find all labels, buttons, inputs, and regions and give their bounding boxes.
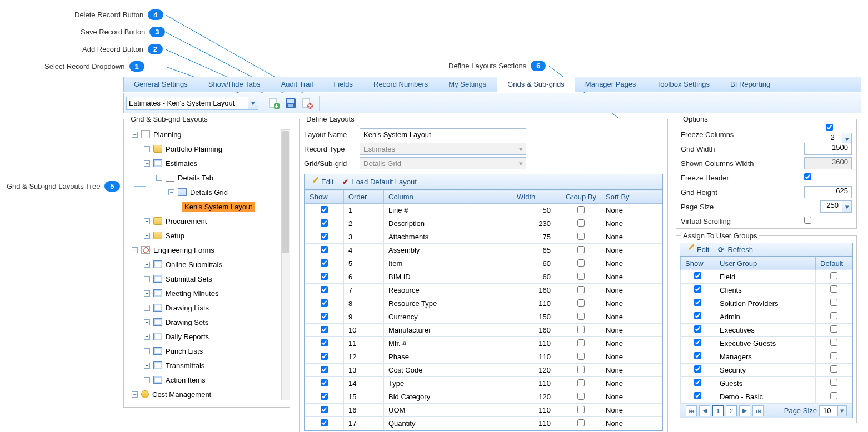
groupby-checkbox[interactable] <box>577 406 585 413</box>
show-checkbox[interactable] <box>321 206 328 213</box>
user-groups-edit-button[interactable]: Edit <box>686 245 709 254</box>
ug-default-checkbox[interactable] <box>830 325 837 333</box>
show-checkbox[interactable] <box>321 286 328 293</box>
chevron-down-icon[interactable]: ▾ <box>842 200 852 213</box>
tree-node-details-grid[interactable]: −Details Grid <box>168 185 285 199</box>
groupby-checkbox[interactable] <box>577 326 585 333</box>
tree-node-online-submittals[interactable]: +Online Submittals <box>144 257 285 272</box>
collapse-icon[interactable]: − <box>132 391 138 398</box>
tree-node-details-tab[interactable]: −Details Tab <box>156 170 285 185</box>
expand-icon[interactable]: + <box>144 290 150 297</box>
columns-row[interactable]: 5Item60None <box>305 257 662 270</box>
tab-fields[interactable]: Fields <box>323 77 363 92</box>
expand-icon[interactable]: + <box>144 319 150 325</box>
page-size-input[interactable]: 250 <box>820 200 842 213</box>
groupby-checkbox[interactable] <box>577 299 585 307</box>
tree-node-setup[interactable]: +Setup <box>144 228 285 243</box>
virtual-scrolling-checkbox[interactable] <box>804 217 811 224</box>
pager-page-1[interactable]: 1 <box>712 405 724 416</box>
grid-height-input[interactable]: 625 <box>804 186 852 198</box>
groupby-checkbox[interactable] <box>577 313 585 320</box>
col-order-header[interactable]: Order <box>344 190 384 204</box>
layouts-tree[interactable]: −Planning +Portfolio Planning −Estimates… <box>124 119 290 403</box>
show-checkbox[interactable] <box>321 233 328 240</box>
columns-row[interactable]: 11Mfr. #110None <box>305 337 662 350</box>
tab-grids-sub-grids[interactable]: Grids & Sub-grids <box>497 77 575 92</box>
columns-row[interactable]: 12Phase110None <box>305 350 662 364</box>
tree-node-portfolio[interactable]: +Portfolio Planning <box>144 142 285 156</box>
groupby-checkbox[interactable] <box>577 206 585 213</box>
show-checkbox[interactable] <box>321 393 328 400</box>
ug-show-checkbox[interactable] <box>694 352 701 359</box>
ug-default-checkbox[interactable] <box>830 352 837 359</box>
ug-show-checkbox[interactable] <box>694 299 701 306</box>
tab-manager-pages[interactable]: Manager Pages <box>575 77 647 92</box>
pager-next-button[interactable]: ▶ <box>739 405 750 416</box>
user-group-row[interactable]: Field <box>681 270 852 283</box>
ug-default-checkbox[interactable] <box>830 392 837 399</box>
groupby-checkbox[interactable] <box>577 259 585 267</box>
groupby-checkbox[interactable] <box>577 366 585 373</box>
pager-page-size-dropdown[interactable]: 10▾ <box>819 405 847 416</box>
tree-node-engineering[interactable]: −Engineering Forms <box>132 243 285 257</box>
tree-node-drawing-sets[interactable]: +Drawing Sets <box>144 315 285 329</box>
show-checkbox[interactable] <box>321 419 328 426</box>
tree-node-daily-reports[interactable]: +Daily Reports <box>144 329 285 344</box>
columns-row[interactable]: 8Resource Type110None <box>305 297 662 310</box>
record-type-dropdown[interactable]: Estimates▾ <box>360 143 526 155</box>
expand-icon[interactable]: + <box>144 377 150 383</box>
groupby-checkbox[interactable] <box>577 393 585 400</box>
show-checkbox[interactable] <box>321 339 328 346</box>
expand-icon[interactable]: + <box>144 348 150 354</box>
columns-row[interactable]: 16UOM110None <box>305 404 662 417</box>
tab-audit-trail[interactable]: Audit Trail <box>271 77 324 92</box>
ug-default-checkbox[interactable] <box>830 272 837 279</box>
collapse-icon[interactable]: − <box>156 175 162 181</box>
ug-show-checkbox[interactable] <box>694 285 701 293</box>
expand-icon[interactable]: + <box>144 262 150 268</box>
user-group-row[interactable]: Executives <box>681 323 852 336</box>
tree-node-estimates[interactable]: −Estimates <box>144 156 285 170</box>
tree-node-procurement[interactable]: +Procurement <box>144 214 285 228</box>
user-group-row[interactable]: Managers <box>681 350 852 363</box>
ug-default-checkbox[interactable] <box>830 312 837 319</box>
expand-icon[interactable]: + <box>144 305 150 311</box>
columns-edit-button[interactable]: Edit <box>310 178 333 186</box>
expand-icon[interactable]: + <box>144 146 150 152</box>
tree-node-kens-layout[interactable]: Ken's System Layout <box>182 199 285 214</box>
columns-row[interactable]: 3Attachments75None <box>305 230 662 244</box>
pager-page-2[interactable]: 2 <box>726 405 737 416</box>
groupby-checkbox[interactable] <box>577 273 585 280</box>
columns-row[interactable]: 15Bid Category120None <box>305 390 662 404</box>
columns-row[interactable]: 4Assembly65None <box>305 244 662 257</box>
expand-icon[interactable]: + <box>144 334 150 340</box>
grid-subgrid-dropdown[interactable]: Details Grid▾ <box>360 157 526 169</box>
load-default-layout-button[interactable]: ✔Load Default Layout <box>342 178 416 186</box>
user-group-row[interactable]: Guests <box>681 376 852 390</box>
tab-my-settings[interactable]: My Settings <box>438 77 497 92</box>
ug-default-checkbox[interactable] <box>830 285 837 293</box>
col-width-header[interactable]: Width <box>512 190 561 204</box>
expand-icon[interactable]: + <box>144 276 150 282</box>
tab-bi-reporting[interactable]: BI Reporting <box>720 77 781 92</box>
groupby-checkbox[interactable] <box>577 286 585 293</box>
columns-row[interactable]: 14Type110None <box>305 377 662 390</box>
columns-row[interactable]: 6BIM ID60None <box>305 270 662 284</box>
tree-node-transmittals[interactable]: +Transmittals <box>144 358 285 373</box>
show-checkbox[interactable] <box>321 313 328 320</box>
tab-general-settings[interactable]: General Settings <box>124 77 198 92</box>
collapse-icon[interactable]: − <box>168 189 174 195</box>
ug-show-header[interactable]: Show <box>681 257 715 270</box>
columns-row[interactable]: 10Manufacturer160None <box>305 324 662 337</box>
user-group-row[interactable]: Security <box>681 363 852 376</box>
tree-node-submittal-sets[interactable]: +Submittal Sets <box>144 272 285 286</box>
show-checkbox[interactable] <box>321 326 328 333</box>
col-column-header[interactable]: Column <box>384 190 512 204</box>
expand-icon[interactable]: + <box>144 233 150 239</box>
columns-row[interactable]: 13Cost Code120None <box>305 364 662 377</box>
show-checkbox[interactable] <box>321 219 328 227</box>
user-group-row[interactable]: Demo - Basic <box>681 390 852 403</box>
collapse-icon[interactable]: − <box>144 160 150 167</box>
show-checkbox[interactable] <box>321 353 328 360</box>
tree-node-planning[interactable]: −Planning <box>132 127 285 142</box>
